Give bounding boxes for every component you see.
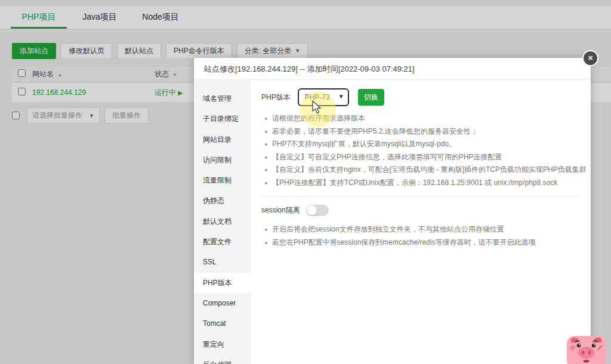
php-version-panel: PHP版本 PHP-73 ▼ 切换 请根据您的程序需求选择版本 若非必要，请尽量… — [251, 80, 591, 364]
section-divider — [261, 196, 580, 197]
pig-logo-sticker — [566, 335, 606, 364]
sidebar-item-traffic-limit[interactable]: 流量限制 — [194, 170, 250, 190]
sidebar-item-domain-manage[interactable]: 域名管理 — [194, 88, 250, 109]
switch-php-version-button[interactable]: 切换 — [358, 89, 384, 106]
modal-title: 站点修改[192.168.244.129] -- 添加时间[2022-09-03… — [194, 58, 591, 80]
sidebar-item-default-doc[interactable]: 默认文档 — [194, 211, 250, 232]
php-version-notes: 请根据您的程序需求选择版本 若非必要，请尽量不要使用PHP5.2,这会降低您的服… — [264, 112, 580, 189]
note-item: 开启后将会把session文件存放到独立文件夹，不与其他站点公用存储位置 — [264, 223, 580, 236]
php-version-label: PHP版本 — [261, 92, 291, 103]
sidebar-item-tomcat[interactable]: Tomcat — [194, 313, 250, 334]
toggle-knob — [307, 205, 317, 215]
note-item: 【自定义】当前仅支持nginx，可配合[宝塔负载均衡 - 重构版]插件的TCP负… — [264, 164, 580, 177]
site-modify-modal: × 站点修改[192.168.244.129] -- 添加时间[2022-09-… — [194, 58, 591, 364]
sidebar-item-php-version[interactable]: PHP版本 — [194, 273, 251, 293]
close-icon[interactable]: × — [582, 50, 598, 66]
sidebar-item-rewrite[interactable]: 伪静态 — [194, 190, 250, 211]
modal-sidebar: 域名管理 子目录绑定 网站目录 访问限制 流量限制 伪静态 默认文档 配置文件 … — [194, 80, 251, 364]
note-item: 若非必要，请尽量不要使用PHP5.2,这会降低您的服务器安全性； — [264, 125, 580, 138]
note-item: 请根据您的程序需求选择版本 — [264, 112, 580, 125]
sidebar-item-composer[interactable]: Composer — [194, 293, 250, 313]
note-item: 若您在PHP配置中将session保存到memcache/redis等缓存器时，… — [264, 236, 580, 249]
note-item: 【自定义】可自定义PHP连接信息，选择此项需填写可用的PHP连接配置 — [264, 151, 580, 164]
sidebar-item-subdir-bind[interactable]: 子目录绑定 — [194, 109, 250, 129]
note-item: 【PHP连接配置】支持TCP或Unix配置，示例：192.168.1.25:90… — [264, 177, 580, 190]
sidebar-item-reverse-proxy[interactable]: 反向代理 — [194, 354, 250, 364]
sidebar-item-redirect[interactable]: 重定向 — [194, 334, 250, 354]
sidebar-item-config-file[interactable]: 配置文件 — [194, 232, 250, 252]
sidebar-item-site-directory[interactable]: 网站目录 — [194, 129, 250, 150]
note-item: PHP7不支持mysql扩展，默认安装mysqli以及mysql-pdo。 — [264, 138, 580, 151]
session-notes: 开启后将会把session文件存放到独立文件夹，不与其他站点公用存储位置 若您在… — [264, 223, 580, 249]
session-isolation-label: session隔离 — [261, 205, 300, 215]
sidebar-item-access-limit[interactable]: 访问限制 — [194, 150, 250, 170]
sidebar-item-ssl[interactable]: SSL — [194, 252, 250, 272]
session-isolation-toggle[interactable] — [306, 205, 329, 216]
php-version-select[interactable]: PHP-73 — [298, 88, 349, 106]
